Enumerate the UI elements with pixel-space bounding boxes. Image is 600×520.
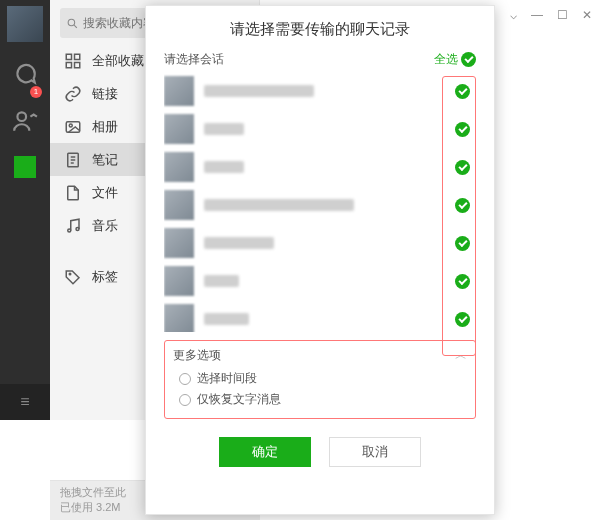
select-all-button[interactable]: 全选 (434, 51, 476, 68)
radio-icon (179, 394, 191, 406)
check-icon (461, 52, 476, 67)
option-text-only[interactable]: 仅恢复文字消息 (179, 391, 467, 408)
svg-point-10 (76, 227, 79, 230)
svg-rect-2 (66, 54, 71, 59)
radio-icon (179, 373, 191, 385)
maximize-icon[interactable]: ☐ (557, 8, 568, 22)
svg-point-0 (17, 112, 26, 121)
highlight-checks (442, 76, 476, 356)
cancel-button[interactable]: 取消 (329, 437, 421, 467)
svg-rect-5 (75, 62, 80, 67)
grid-icon (64, 52, 82, 70)
chat-name (204, 237, 274, 249)
avatar (164, 114, 194, 144)
chat-row[interactable] (164, 262, 476, 300)
chat-row[interactable] (164, 110, 476, 148)
tag-icon (64, 268, 82, 286)
avatar (164, 304, 194, 332)
chat-row[interactable] (164, 186, 476, 224)
chat-name (204, 123, 244, 135)
nav-rail: 1 ≡ (0, 0, 50, 420)
svg-point-1 (68, 19, 75, 26)
pin-icon[interactable]: ⌵ (510, 8, 517, 22)
chat-row[interactable] (164, 148, 476, 186)
user-avatar[interactable] (7, 6, 43, 42)
transfer-dialog: 请选择需要传输的聊天记录 请选择会话 全选 更多选项 ︿ 选择时间段 仅恢复文字… (145, 5, 495, 515)
svg-point-9 (68, 229, 71, 232)
chat-row[interactable] (164, 72, 476, 110)
chat-row[interactable] (164, 224, 476, 262)
chat-row[interactable] (164, 300, 476, 332)
avatar (164, 266, 194, 296)
avatar (164, 152, 194, 182)
favorites-cube-icon[interactable] (14, 156, 36, 178)
link-icon (64, 85, 82, 103)
unread-badge: 1 (30, 86, 42, 98)
chat-name (204, 199, 354, 211)
chat-name (204, 85, 314, 97)
image-icon (64, 118, 82, 136)
hamburger-menu-icon[interactable]: ≡ (0, 384, 50, 420)
svg-point-7 (69, 124, 72, 127)
confirm-button[interactable]: 确定 (219, 437, 311, 467)
svg-rect-4 (66, 62, 71, 67)
svg-rect-3 (75, 54, 80, 59)
more-options-label: 更多选项 (173, 347, 221, 364)
search-icon (66, 17, 79, 30)
avatar (164, 228, 194, 258)
svg-rect-6 (66, 121, 80, 132)
chat-name (204, 275, 239, 287)
chat-name (204, 313, 249, 325)
window-controls: ⌵ — ☐ ✕ (510, 8, 592, 22)
music-icon (64, 217, 82, 235)
file-icon (64, 184, 82, 202)
option-time-range[interactable]: 选择时间段 (179, 370, 467, 387)
more-options-panel: 更多选项 ︿ 选择时间段 仅恢复文字消息 (164, 340, 476, 419)
minimize-icon[interactable]: — (531, 8, 543, 22)
chat-icon[interactable] (12, 62, 38, 88)
chat-list (164, 72, 476, 332)
svg-point-11 (69, 273, 71, 275)
chat-name (204, 161, 244, 173)
avatar (164, 76, 194, 106)
note-icon (64, 151, 82, 169)
contacts-icon[interactable] (12, 108, 38, 134)
dialog-title: 请选择需要传输的聊天记录 (146, 6, 494, 51)
dialog-subtitle: 请选择会话 (164, 51, 224, 68)
avatar (164, 190, 194, 220)
close-icon[interactable]: ✕ (582, 8, 592, 22)
